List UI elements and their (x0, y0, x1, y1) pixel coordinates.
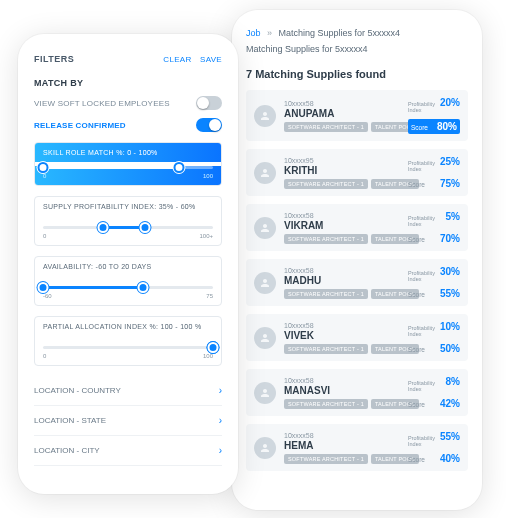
filters-actions: CLEAR SAVE (157, 55, 222, 64)
supply-card[interactable]: 10xxxx58 MADHU SOFTWARE ARCHITECT - 1 TA… (246, 259, 468, 306)
profitability-label: Profitability Index (408, 216, 442, 227)
score-value: 55% (440, 288, 460, 299)
range-thumb-low[interactable] (38, 162, 49, 173)
location-row[interactable]: LOCATION - COUNTRY › (34, 376, 222, 406)
slider-range-labels: -60 75 (43, 293, 213, 299)
employee-name: ANUPAMA (284, 108, 400, 119)
slider-max: 75 (206, 293, 213, 299)
score-label: Score (408, 291, 425, 298)
score-value: 80% (437, 121, 457, 132)
profitability-value: 8% (446, 376, 460, 387)
score-label: Score (408, 401, 425, 408)
metrics: Profitability Index 30% Score 55% (408, 266, 460, 299)
metrics: Profitability Index 5% Score 70% (408, 211, 460, 244)
soft-locked-toggle[interactable] (196, 96, 222, 110)
supply-info: 10xxxx95 KRITHI SOFTWARE ARCHITECT - 1 T… (284, 157, 400, 189)
employee-name: HEMA (284, 440, 400, 451)
slider-range-labels: 0 100 (43, 173, 213, 179)
slider-body: 0 100+ (35, 216, 221, 245)
range-slider[interactable] (43, 226, 213, 229)
metrics: Profitability Index 55% Score 40% (408, 431, 460, 464)
employee-name: MANASVI (284, 385, 400, 396)
sliders-group: SKILL ROLE MATCH %: 0 - 100% 0 100 SUPPL… (34, 142, 222, 366)
range-thumb-high[interactable] (174, 162, 185, 173)
clear-filters-link[interactable]: CLEAR (163, 55, 191, 64)
avatar (254, 105, 276, 127)
supply-card[interactable]: 10xxxx58 VIKRAM SOFTWARE ARCHITECT - 1 T… (246, 204, 468, 251)
profitability-label: Profitability Index (408, 102, 436, 113)
chevron-right-icon: › (219, 385, 222, 396)
employee-name: MADHU (284, 275, 400, 286)
employee-id: 10xxxx58 (284, 377, 400, 384)
results-list: 10xxxx58 ANUPAMA SOFTWARE ARCHITECT - 1 … (246, 90, 468, 471)
profitability-value: 30% (440, 266, 460, 277)
tag-group: SOFTWARE ARCHITECT - 1 TALENT POOL (284, 234, 400, 244)
profitability-label: Profitability Index (408, 271, 436, 282)
range-thumb-high[interactable] (140, 222, 151, 233)
range-slider[interactable] (43, 346, 213, 349)
employee-id: 10xxxx58 (284, 267, 400, 274)
location-label: LOCATION - CITY (34, 446, 100, 455)
chevron-right-icon: › (219, 445, 222, 456)
employee-id: 10xxxx58 (284, 212, 400, 219)
employee-id: 10xxxx58 (284, 432, 400, 439)
slider-range-labels: 0 100 (43, 353, 213, 359)
metrics: Profitability Index 20% Score 80% (408, 97, 460, 134)
location-row[interactable]: LOCATION - CITY › (34, 436, 222, 466)
results-count: 7 Matching Supplies found (246, 68, 468, 80)
role-tag: SOFTWARE ARCHITECT - 1 (284, 122, 368, 132)
filters-title: FILTERS (34, 54, 74, 64)
breadcrumb-current: Matching Supplies for 5xxxxx4 (279, 28, 401, 38)
breadcrumb: Job » Matching Supplies for 5xxxxx4 (246, 28, 468, 38)
range-thumb-low[interactable] (38, 282, 49, 293)
range-thumb-high[interactable] (208, 342, 219, 353)
avatar (254, 272, 276, 294)
supply-info: 10xxxx58 VIKRAM SOFTWARE ARCHITECT - 1 T… (284, 212, 400, 244)
employee-name: VIKRAM (284, 220, 400, 231)
filters-panel: FILTERS CLEAR SAVE MATCH BY VIEW SOFT LO… (18, 34, 238, 494)
slider-min: 0 (43, 233, 46, 239)
role-tag: SOFTWARE ARCHITECT - 1 (284, 399, 368, 409)
profitability-label: Profitability Index (408, 381, 442, 392)
range-slider[interactable] (43, 166, 213, 169)
soft-locked-label: VIEW SOFT LOCKED EMPLOYEES (34, 99, 170, 108)
supply-card[interactable]: 10xxxx58 HEMA SOFTWARE ARCHITECT - 1 TAL… (246, 424, 468, 471)
slider-max: 100+ (199, 233, 213, 239)
release-confirmed-toggle[interactable] (196, 118, 222, 132)
tag-group: SOFTWARE ARCHITECT - 1 TALENT POOL (284, 454, 400, 464)
supply-card[interactable]: 10xxxx95 KRITHI SOFTWARE ARCHITECT - 1 T… (246, 149, 468, 196)
breadcrumb-job[interactable]: Job (246, 28, 261, 38)
avatar (254, 217, 276, 239)
slider-range-labels: 0 100+ (43, 233, 213, 239)
score-label: Score (408, 181, 425, 188)
avatar (254, 327, 276, 349)
employee-id: 10xxxx95 (284, 157, 400, 164)
locations-group: LOCATION - COUNTRY › LOCATION - STATE › … (34, 376, 222, 466)
slider-title: PARTIAL ALLOCATION INDEX %: 100 - 100 % (35, 317, 221, 336)
profitability-value: 10% (440, 321, 460, 332)
range-thumb-low[interactable] (97, 222, 108, 233)
score-label: Score (411, 124, 428, 131)
filters-header: FILTERS CLEAR SAVE (34, 54, 222, 64)
supply-card[interactable]: 10xxxx58 MANASVI SOFTWARE ARCHITECT - 1 … (246, 369, 468, 416)
supply-info: 10xxxx58 ANUPAMA SOFTWARE ARCHITECT - 1 … (284, 100, 400, 132)
range-thumb-high[interactable] (138, 282, 149, 293)
location-row[interactable]: LOCATION - STATE › (34, 406, 222, 436)
slider-body: 0 100 (35, 336, 221, 365)
location-label: LOCATION - COUNTRY (34, 386, 121, 395)
slider-title: SKILL ROLE MATCH %: 0 - 100% (35, 143, 221, 162)
profitability-label: Profitability Index (408, 436, 436, 447)
avatar (254, 162, 276, 184)
supply-card[interactable]: 10xxxx58 ANUPAMA SOFTWARE ARCHITECT - 1 … (246, 90, 468, 141)
tag-group: SOFTWARE ARCHITECT - 1 TALENT POOL (284, 289, 400, 299)
location-label: LOCATION - STATE (34, 416, 106, 425)
save-filters-link[interactable]: SAVE (200, 55, 222, 64)
slider-card: PARTIAL ALLOCATION INDEX %: 100 - 100 % … (34, 316, 222, 366)
supply-card[interactable]: 10xxxx58 VIVEK SOFTWARE ARCHITECT - 1 TA… (246, 314, 468, 361)
score-value: 75% (440, 178, 460, 189)
slider-min: -60 (43, 293, 52, 299)
profitability-value: 25% (440, 156, 460, 167)
range-slider[interactable] (43, 286, 213, 289)
slider-max: 100 (203, 353, 213, 359)
role-tag: SOFTWARE ARCHITECT - 1 (284, 289, 368, 299)
